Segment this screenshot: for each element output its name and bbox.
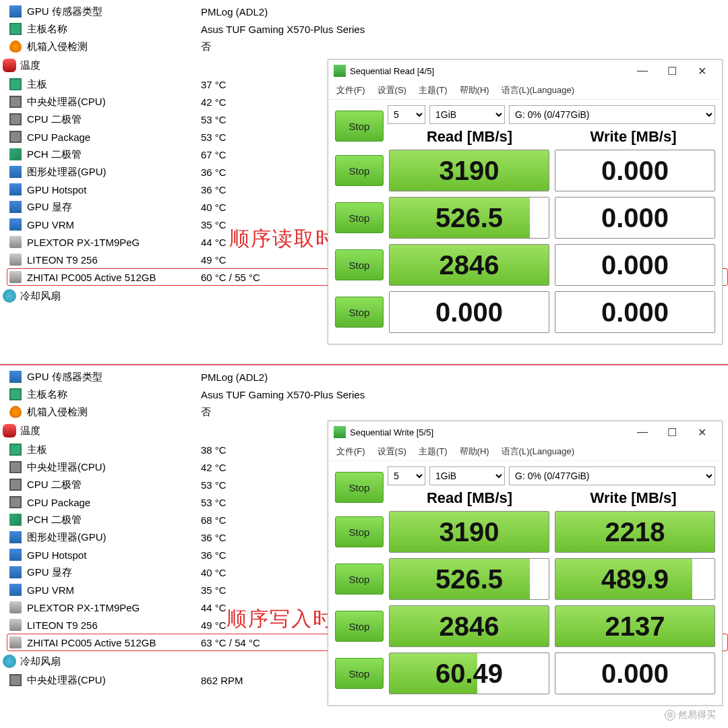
- close-button[interactable]: ✕: [687, 65, 717, 78]
- ic-disk-icon: [9, 253, 22, 266]
- ic-cpu-icon: [9, 113, 22, 125]
- close-button[interactable]: ✕: [687, 426, 717, 439]
- info-row: 机箱入侵检测 否: [9, 403, 728, 421]
- ic-gpu-icon: [9, 218, 22, 231]
- maximize-button[interactable]: ☐: [657, 65, 687, 78]
- stop-button[interactable]: Stop: [335, 249, 384, 280]
- write-value: 0.000: [555, 291, 715, 333]
- annotation-read: 顺序读取时: [229, 225, 337, 253]
- stop-button[interactable]: Stop: [335, 297, 384, 328]
- cdm-window-write: Sequential Write [5/5] — ☐ ✕ 文件(F)设置(S)主…: [328, 421, 723, 706]
- info-value: 42 °C: [201, 462, 226, 473]
- info-label: GPU 传感器类型: [27, 5, 201, 18]
- info-label: GPU VRM: [27, 584, 201, 596]
- stop-button[interactable]: Stop: [335, 658, 384, 689]
- stop-button[interactable]: Stop: [335, 564, 384, 595]
- info-label: GPU Hotspot: [27, 549, 201, 561]
- ic-disk-icon: [9, 601, 22, 613]
- thermometer-icon: [3, 59, 16, 72]
- info-value: 53 °C: [201, 497, 226, 508]
- menubar: 文件(F)设置(S)主题(T)帮助(H)语言(L)(Language): [328, 443, 722, 461]
- drive-select[interactable]: G: 0% (0/477GiB): [509, 466, 715, 485]
- window-titlebar[interactable]: Sequential Write [5/5] — ☐ ✕: [328, 421, 722, 443]
- stop-button[interactable]: Stop: [335, 111, 384, 142]
- write-header: Write [MB/s]: [551, 489, 715, 507]
- size-select[interactable]: 1GiB: [429, 105, 505, 124]
- write-value: 0.000: [555, 150, 715, 191]
- bench-row: Stop 2846 2137: [335, 605, 715, 647]
- app-icon: [334, 65, 346, 77]
- info-label: 机箱入侵检测: [27, 40, 201, 53]
- section-label: 温度: [20, 59, 40, 72]
- ic-cpu-icon: [9, 674, 22, 686]
- info-value: PMLog (ADL2): [201, 371, 268, 383]
- menu-item[interactable]: 主题(T): [419, 446, 448, 458]
- menu-item[interactable]: 主题(T): [419, 84, 448, 96]
- ic-cpu-icon: [9, 461, 22, 473]
- menu-item[interactable]: 帮助(H): [460, 446, 489, 458]
- section-label: 冷却风扇: [20, 290, 61, 303]
- menu-item[interactable]: 文件(F): [336, 84, 365, 96]
- info-row: 机箱入侵检测 否: [9, 38, 728, 55]
- menu-item[interactable]: 文件(F): [336, 446, 365, 458]
- write-value: 0.000: [555, 244, 715, 286]
- menu-item[interactable]: 语言(L)(Language): [502, 84, 574, 96]
- read-value: 60.49: [389, 653, 549, 694]
- ic-chip-icon: [9, 148, 22, 160]
- info-row: GPU 传感器类型 PMLog (ADL2): [9, 368, 728, 386]
- info-label: CPU Package: [27, 497, 201, 508]
- window-titlebar[interactable]: Sequential Read [4/5] — ☐ ✕: [328, 60, 722, 82]
- read-header: Read [MB/s]: [388, 489, 551, 507]
- thermometer-icon: [3, 424, 16, 437]
- runs-select[interactable]: 5: [388, 105, 425, 124]
- info-value: 44 °C: [201, 602, 226, 613]
- info-label: LITEON T9 256: [27, 254, 201, 266]
- annotation-write: 顺序写入时: [226, 605, 334, 633]
- info-value: 37 °C: [201, 79, 226, 90]
- info-value: 60 °C / 55 °C: [201, 272, 260, 283]
- ic-gpu-icon: [9, 166, 22, 178]
- minimize-button[interactable]: —: [628, 65, 657, 77]
- menu-item[interactable]: 设置(S): [377, 84, 406, 96]
- runs-select[interactable]: 5: [388, 466, 425, 485]
- ic-gpu-icon: [9, 5, 22, 18]
- menu-item[interactable]: 帮助(H): [460, 84, 489, 96]
- info-value: 35 °C: [201, 584, 226, 596]
- maximize-button[interactable]: ☐: [657, 426, 687, 439]
- stop-button[interactable]: Stop: [335, 155, 384, 186]
- info-label: GPU 显存: [27, 566, 201, 579]
- stop-button[interactable]: Stop: [335, 516, 384, 547]
- info-label: 主板名称: [27, 23, 201, 36]
- info-row: 主板名称 Asus TUF Gaming X570-Plus Series: [9, 20, 728, 38]
- info-label: PLEXTOR PX-1TM9PeG: [27, 237, 201, 248]
- stop-button[interactable]: Stop: [335, 611, 384, 642]
- size-select[interactable]: 1GiB: [429, 466, 505, 485]
- window-title: Sequential Read [4/5]: [350, 66, 628, 76]
- info-label: 主板: [27, 444, 201, 456]
- info-label: 中央处理器(CPU): [27, 674, 201, 687]
- menu-item[interactable]: 语言(L)(Language): [502, 446, 574, 458]
- minimize-button[interactable]: —: [628, 426, 657, 438]
- info-value: 44 °C: [201, 237, 226, 248]
- ic-gpu-icon: [9, 584, 22, 596]
- stop-button[interactable]: Stop: [335, 202, 384, 233]
- info-label: 机箱入侵检测: [27, 406, 201, 419]
- read-value: 0.000: [389, 291, 549, 333]
- read-value: 2846: [389, 605, 549, 647]
- info-value: 36 °C: [201, 184, 226, 195]
- read-header: Read [MB/s]: [388, 128, 551, 146]
- info-label: LITEON T9 256: [27, 619, 201, 631]
- info-label: 主板名称: [27, 388, 201, 401]
- read-value: 526.5: [389, 558, 549, 600]
- ic-mb-icon: [9, 388, 22, 400]
- info-value: 53 °C: [201, 114, 226, 125]
- info-label: ZHITAI PC005 Active 512GB: [27, 272, 201, 283]
- write-value: 2137: [555, 605, 715, 647]
- menu-item[interactable]: 设置(S): [377, 446, 406, 458]
- stop-button[interactable]: Stop: [335, 472, 384, 503]
- drive-select[interactable]: G: 0% (0/477GiB): [509, 105, 715, 124]
- ic-gpu-icon: [9, 201, 22, 213]
- ic-gpu-icon: [9, 183, 22, 195]
- info-label: 图形处理器(GPU): [27, 166, 201, 179]
- info-value: 68 °C: [201, 514, 226, 526]
